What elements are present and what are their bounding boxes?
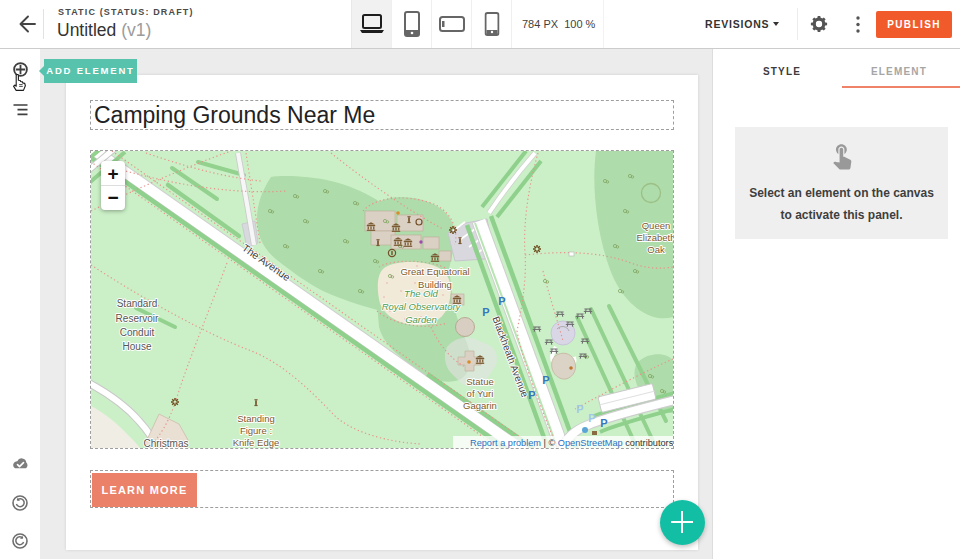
svg-text:Garden: Garden bbox=[405, 314, 437, 325]
svg-text:Reservoir: Reservoir bbox=[116, 313, 159, 324]
svg-text:P: P bbox=[542, 374, 549, 386]
svg-text:of Yuri: of Yuri bbox=[467, 388, 494, 399]
svg-text:Great Equatorial: Great Equatorial bbox=[400, 266, 469, 277]
svg-text:Statue: Statue bbox=[466, 376, 493, 387]
svg-text:Report a problem | © OpenStree: Report a problem | © OpenStreetMap contr… bbox=[470, 438, 673, 448]
svg-text:Knife Edge: Knife Edge bbox=[233, 437, 279, 448]
svg-text:Standing: Standing bbox=[237, 413, 275, 424]
svg-text:P: P bbox=[588, 412, 595, 424]
svg-text:Standard: Standard bbox=[117, 298, 158, 309]
svg-text:Queen: Queen bbox=[642, 220, 671, 231]
svg-text:Elizabeth: Elizabeth bbox=[636, 232, 673, 243]
svg-text:Conduit: Conduit bbox=[120, 327, 155, 338]
svg-text:Royal Observatory: Royal Observatory bbox=[382, 301, 462, 312]
svg-text:P: P bbox=[600, 417, 607, 429]
svg-text:P: P bbox=[498, 295, 505, 307]
svg-text:P: P bbox=[482, 306, 489, 318]
svg-text:Oak: Oak bbox=[647, 244, 665, 255]
svg-text:Christmas: Christmas bbox=[143, 438, 188, 448]
svg-text:Gagarin: Gagarin bbox=[463, 400, 497, 411]
svg-text:P: P bbox=[576, 403, 583, 415]
svg-text:House: House bbox=[123, 341, 152, 352]
svg-text:Figure :: Figure : bbox=[240, 425, 272, 436]
svg-text:The Old: The Old bbox=[404, 288, 439, 299]
